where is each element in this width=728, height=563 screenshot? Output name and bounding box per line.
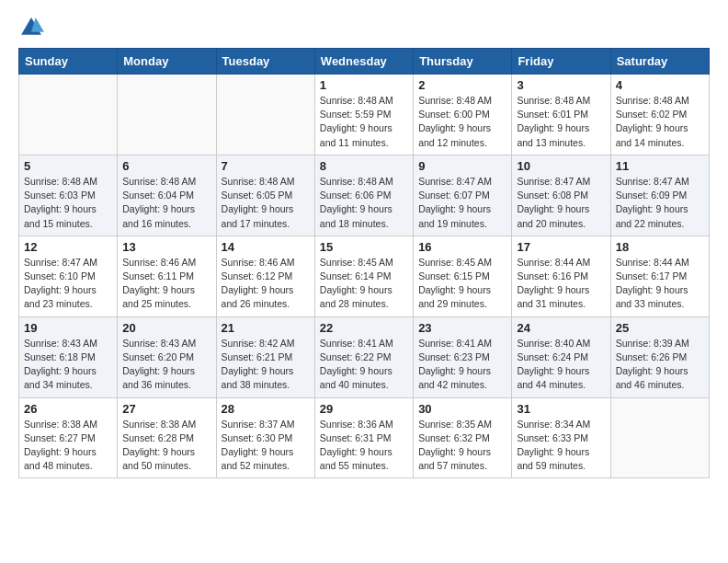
day-number: 15 xyxy=(320,240,408,254)
day-cell: 16Sunrise: 8:45 AMSunset: 6:15 PMDayligh… xyxy=(414,236,512,316)
day-number: 21 xyxy=(222,321,310,335)
day-info: Sunrise: 8:38 AMSunset: 6:28 PMDaylight:… xyxy=(122,418,210,474)
logo-icon xyxy=(18,15,44,40)
day-number: 22 xyxy=(320,321,408,335)
calendar: SundayMondayTuesdayWednesdayThursdayFrid… xyxy=(18,48,710,478)
day-cell: 10Sunrise: 8:47 AMSunset: 6:08 PMDayligh… xyxy=(512,155,610,236)
week-row-1: 1Sunrise: 8:48 AMSunset: 5:59 PMDaylight… xyxy=(19,75,710,155)
day-info: Sunrise: 8:40 AMSunset: 6:24 PMDaylight:… xyxy=(517,337,605,393)
logo xyxy=(18,15,48,40)
day-info: Sunrise: 8:47 AMSunset: 6:10 PMDaylight:… xyxy=(24,256,112,312)
day-number: 17 xyxy=(517,240,605,254)
day-cell: 31Sunrise: 8:34 AMSunset: 6:33 PMDayligh… xyxy=(512,397,610,478)
day-number: 27 xyxy=(122,402,210,416)
day-number: 28 xyxy=(222,402,310,416)
day-number: 30 xyxy=(418,402,506,416)
day-cell: 5Sunrise: 8:48 AMSunset: 6:03 PMDaylight… xyxy=(19,155,118,236)
day-number: 26 xyxy=(24,402,112,416)
day-info: Sunrise: 8:41 AMSunset: 6:22 PMDaylight:… xyxy=(320,337,408,393)
weekday-header-saturday: Saturday xyxy=(610,49,709,75)
day-number: 18 xyxy=(616,240,704,254)
day-number: 2 xyxy=(418,78,506,92)
day-info: Sunrise: 8:46 AMSunset: 6:11 PMDaylight:… xyxy=(122,256,210,312)
week-row-4: 19Sunrise: 8:43 AMSunset: 6:18 PMDayligh… xyxy=(19,316,710,397)
day-cell: 3Sunrise: 8:48 AMSunset: 6:01 PMDaylight… xyxy=(512,75,610,155)
day-cell: 27Sunrise: 8:38 AMSunset: 6:28 PMDayligh… xyxy=(118,397,216,478)
day-info: Sunrise: 8:46 AMSunset: 6:12 PMDaylight:… xyxy=(222,256,310,312)
week-row-5: 26Sunrise: 8:38 AMSunset: 6:27 PMDayligh… xyxy=(19,397,710,478)
week-row-3: 12Sunrise: 8:47 AMSunset: 6:10 PMDayligh… xyxy=(19,236,710,316)
weekday-header-friday: Friday xyxy=(512,49,610,75)
day-cell: 25Sunrise: 8:39 AMSunset: 6:26 PMDayligh… xyxy=(610,316,709,397)
day-number: 31 xyxy=(517,402,605,416)
day-info: Sunrise: 8:39 AMSunset: 6:26 PMDaylight:… xyxy=(616,337,704,393)
day-cell xyxy=(118,75,216,155)
day-info: Sunrise: 8:48 AMSunset: 6:06 PMDaylight:… xyxy=(320,175,408,231)
header xyxy=(18,15,710,40)
day-info: Sunrise: 8:36 AMSunset: 6:31 PMDaylight:… xyxy=(320,418,408,474)
day-cell: 11Sunrise: 8:47 AMSunset: 6:09 PMDayligh… xyxy=(610,155,709,236)
day-number: 11 xyxy=(616,159,704,173)
day-cell: 17Sunrise: 8:44 AMSunset: 6:16 PMDayligh… xyxy=(512,236,610,316)
day-info: Sunrise: 8:48 AMSunset: 6:05 PMDaylight:… xyxy=(222,175,310,231)
day-number: 19 xyxy=(24,321,112,335)
day-info: Sunrise: 8:38 AMSunset: 6:27 PMDaylight:… xyxy=(24,418,112,474)
day-number: 9 xyxy=(418,159,506,173)
day-info: Sunrise: 8:45 AMSunset: 6:15 PMDaylight:… xyxy=(418,256,506,312)
day-cell xyxy=(610,397,709,478)
day-info: Sunrise: 8:42 AMSunset: 6:21 PMDaylight:… xyxy=(222,337,310,393)
day-cell: 29Sunrise: 8:36 AMSunset: 6:31 PMDayligh… xyxy=(314,397,413,478)
day-number: 7 xyxy=(222,159,310,173)
day-number: 24 xyxy=(517,321,605,335)
day-cell: 13Sunrise: 8:46 AMSunset: 6:11 PMDayligh… xyxy=(118,236,216,316)
day-info: Sunrise: 8:43 AMSunset: 6:18 PMDaylight:… xyxy=(24,337,112,393)
day-info: Sunrise: 8:48 AMSunset: 6:01 PMDaylight:… xyxy=(517,94,605,150)
day-cell: 23Sunrise: 8:41 AMSunset: 6:23 PMDayligh… xyxy=(414,316,512,397)
day-info: Sunrise: 8:48 AMSunset: 6:02 PMDaylight:… xyxy=(616,94,704,150)
day-cell: 8Sunrise: 8:48 AMSunset: 6:06 PMDaylight… xyxy=(314,155,413,236)
page: SundayMondayTuesdayWednesdayThursdayFrid… xyxy=(0,0,728,497)
day-cell: 15Sunrise: 8:45 AMSunset: 6:14 PMDayligh… xyxy=(314,236,413,316)
day-number: 8 xyxy=(320,159,408,173)
day-info: Sunrise: 8:48 AMSunset: 6:00 PMDaylight:… xyxy=(418,94,506,150)
day-info: Sunrise: 8:48 AMSunset: 6:04 PMDaylight:… xyxy=(122,175,210,231)
day-number: 1 xyxy=(320,78,408,92)
day-number: 13 xyxy=(122,240,210,254)
day-number: 25 xyxy=(616,321,704,335)
day-number: 10 xyxy=(517,159,605,173)
day-cell: 6Sunrise: 8:48 AMSunset: 6:04 PMDaylight… xyxy=(118,155,216,236)
day-cell xyxy=(19,75,118,155)
day-number: 5 xyxy=(24,159,112,173)
day-cell: 28Sunrise: 8:37 AMSunset: 6:30 PMDayligh… xyxy=(216,397,314,478)
day-cell: 14Sunrise: 8:46 AMSunset: 6:12 PMDayligh… xyxy=(216,236,314,316)
day-info: Sunrise: 8:47 AMSunset: 6:08 PMDaylight:… xyxy=(517,175,605,231)
weekday-header-row: SundayMondayTuesdayWednesdayThursdayFrid… xyxy=(19,49,710,75)
day-cell: 19Sunrise: 8:43 AMSunset: 6:18 PMDayligh… xyxy=(19,316,118,397)
weekday-header-tuesday: Tuesday xyxy=(216,49,314,75)
day-info: Sunrise: 8:41 AMSunset: 6:23 PMDaylight:… xyxy=(418,337,506,393)
day-number: 4 xyxy=(616,78,704,92)
day-number: 16 xyxy=(418,240,506,254)
weekday-header-wednesday: Wednesday xyxy=(314,49,413,75)
day-cell: 9Sunrise: 8:47 AMSunset: 6:07 PMDaylight… xyxy=(414,155,512,236)
day-cell: 22Sunrise: 8:41 AMSunset: 6:22 PMDayligh… xyxy=(314,316,413,397)
week-row-2: 5Sunrise: 8:48 AMSunset: 6:03 PMDaylight… xyxy=(19,155,710,236)
day-cell: 2Sunrise: 8:48 AMSunset: 6:00 PMDaylight… xyxy=(414,75,512,155)
day-number: 12 xyxy=(24,240,112,254)
day-info: Sunrise: 8:37 AMSunset: 6:30 PMDaylight:… xyxy=(222,418,310,474)
day-number: 20 xyxy=(122,321,210,335)
day-cell xyxy=(216,75,314,155)
day-cell: 12Sunrise: 8:47 AMSunset: 6:10 PMDayligh… xyxy=(19,236,118,316)
day-cell: 18Sunrise: 8:44 AMSunset: 6:17 PMDayligh… xyxy=(610,236,709,316)
day-cell: 26Sunrise: 8:38 AMSunset: 6:27 PMDayligh… xyxy=(19,397,118,478)
day-info: Sunrise: 8:44 AMSunset: 6:17 PMDaylight:… xyxy=(616,256,704,312)
day-cell: 24Sunrise: 8:40 AMSunset: 6:24 PMDayligh… xyxy=(512,316,610,397)
day-cell: 30Sunrise: 8:35 AMSunset: 6:32 PMDayligh… xyxy=(414,397,512,478)
day-info: Sunrise: 8:48 AMSunset: 6:03 PMDaylight:… xyxy=(24,175,112,231)
day-info: Sunrise: 8:43 AMSunset: 6:20 PMDaylight:… xyxy=(122,337,210,393)
weekday-header-sunday: Sunday xyxy=(19,49,118,75)
day-info: Sunrise: 8:48 AMSunset: 5:59 PMDaylight:… xyxy=(320,94,408,150)
day-number: 23 xyxy=(418,321,506,335)
day-info: Sunrise: 8:45 AMSunset: 6:14 PMDaylight:… xyxy=(320,256,408,312)
day-info: Sunrise: 8:47 AMSunset: 6:09 PMDaylight:… xyxy=(616,175,704,231)
